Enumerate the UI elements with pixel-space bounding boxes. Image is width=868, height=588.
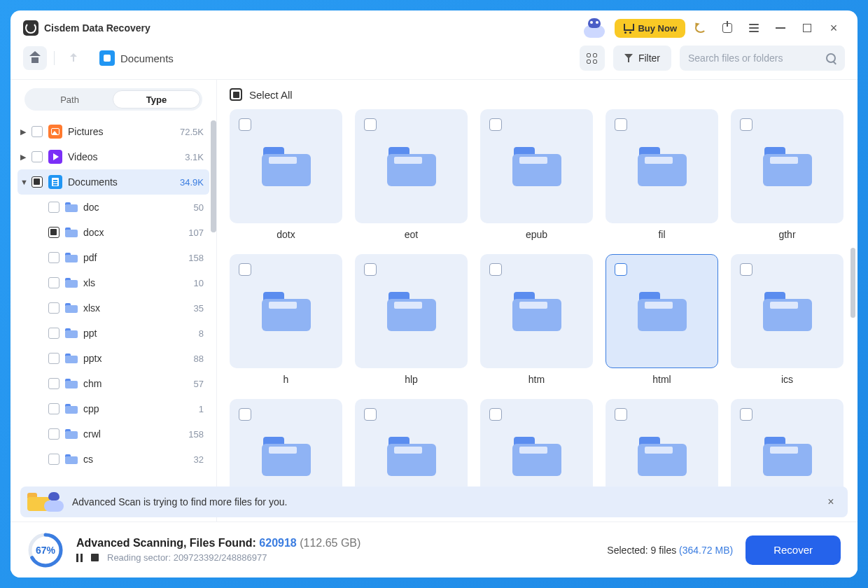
- sidebar-category-videos[interactable]: ▶Videos3.1K: [18, 144, 209, 169]
- sidebar-item-ppt[interactable]: ppt8: [18, 321, 209, 346]
- tab-type[interactable]: Type: [113, 90, 200, 108]
- folder-large-icon: [262, 437, 311, 476]
- folder-tile[interactable]: [230, 254, 342, 368]
- item-count: 88: [194, 354, 204, 364]
- tile-checkbox[interactable]: [615, 408, 627, 421]
- item-checkbox[interactable]: [48, 277, 59, 288]
- category-icon: [48, 150, 62, 164]
- folder-large-icon: [638, 147, 687, 186]
- buy-now-button[interactable]: Buy Now: [615, 19, 685, 38]
- category-checkbox[interactable]: [31, 126, 43, 137]
- item-checkbox[interactable]: [48, 252, 59, 263]
- tile-checkbox[interactable]: [740, 263, 752, 276]
- category-checkbox[interactable]: [31, 176, 43, 188]
- tile-checkbox[interactable]: [239, 408, 251, 421]
- tile-checkbox[interactable]: [615, 263, 627, 276]
- folder-tile[interactable]: [731, 109, 844, 223]
- main-scrollbar[interactable]: [850, 248, 855, 318]
- stop-button[interactable]: [91, 554, 99, 561]
- tile-checkbox[interactable]: [364, 263, 377, 276]
- sidebar-item-pptx[interactable]: pptx88: [18, 346, 209, 371]
- export-button[interactable]: [716, 17, 738, 39]
- sidebar-item-chm[interactable]: chm57: [18, 371, 209, 396]
- minimize-button[interactable]: [769, 17, 792, 39]
- sidebar-scrollbar[interactable]: [211, 120, 216, 232]
- folder-tile[interactable]: [230, 109, 342, 223]
- folder-tile[interactable]: [731, 254, 844, 368]
- tile-checkbox[interactable]: [489, 263, 502, 276]
- app-title: Cisdem Data Recovery: [44, 22, 150, 34]
- tile-checkbox[interactable]: [239, 263, 251, 276]
- filter-button[interactable]: Filter: [613, 46, 671, 71]
- sidebar-category-pictures[interactable]: ▶Pictures72.5K: [18, 119, 209, 144]
- menu-button[interactable]: [743, 17, 765, 39]
- tile-checkbox[interactable]: [364, 118, 377, 131]
- search-input[interactable]: [688, 52, 820, 64]
- folder-large-icon: [262, 147, 311, 186]
- tile-checkbox[interactable]: [364, 408, 377, 421]
- folder-large-icon: [512, 147, 561, 186]
- folder-grid: dotxeotepubfilgthrhhlphtmhtmlics: [230, 109, 844, 522]
- progress-percent: 67%: [27, 532, 64, 568]
- item-checkbox[interactable]: [48, 302, 59, 314]
- folder-tile[interactable]: [606, 109, 718, 223]
- tab-path[interactable]: Path: [27, 90, 113, 108]
- item-checkbox[interactable]: [48, 428, 59, 440]
- undo-button[interactable]: [690, 17, 712, 39]
- select-all-checkbox[interactable]: [230, 88, 242, 101]
- folder-icon: [65, 253, 78, 262]
- home-button[interactable]: [23, 46, 47, 70]
- folder-cell-eot: eot: [355, 109, 468, 241]
- sidebar-item-cs[interactable]: cs32: [18, 447, 209, 472]
- app-window: Cisdem Data Recovery Buy Now × Documents: [10, 10, 858, 578]
- tile-checkbox[interactable]: [489, 118, 502, 131]
- tile-checkbox[interactable]: [489, 408, 502, 421]
- banner-close-button[interactable]: ×: [824, 495, 838, 509]
- sidebar-item-crwl[interactable]: crwl158: [18, 421, 209, 447]
- item-label: xlsx: [83, 302, 194, 314]
- close-icon: ×: [830, 22, 838, 34]
- maximize-button[interactable]: [796, 17, 818, 39]
- folder-tile[interactable]: [355, 109, 468, 223]
- folder-icon: [65, 404, 78, 414]
- total-size: (112.65 GB): [297, 537, 361, 549]
- item-checkbox[interactable]: [48, 454, 59, 465]
- tile-checkbox[interactable]: [615, 118, 627, 131]
- sidebar-item-xls[interactable]: xls10: [18, 270, 209, 295]
- folder-tile[interactable]: [480, 109, 593, 223]
- sidebar-item-pdf[interactable]: pdf158: [18, 245, 209, 270]
- folder-tile[interactable]: [480, 254, 593, 368]
- view-toggle-button[interactable]: [580, 46, 605, 71]
- item-label: pptx: [83, 353, 194, 364]
- item-count: 107: [188, 227, 204, 238]
- sidebar-item-cpp[interactable]: cpp1: [18, 396, 209, 421]
- item-checkbox[interactable]: [48, 227, 59, 238]
- search-box[interactable]: [680, 46, 845, 71]
- item-checkbox[interactable]: [48, 403, 59, 414]
- folder-tile[interactable]: [606, 254, 718, 368]
- tile-checkbox[interactable]: [740, 408, 752, 421]
- cart-icon: [623, 24, 634, 33]
- folder-icon: [65, 379, 78, 388]
- recover-button[interactable]: Recover: [746, 536, 841, 565]
- item-count: 10: [194, 278, 204, 288]
- folder-tile[interactable]: [355, 254, 468, 368]
- item-checkbox[interactable]: [48, 202, 59, 213]
- sidebar-item-docx[interactable]: docx107: [18, 220, 209, 245]
- item-checkbox[interactable]: [48, 328, 59, 339]
- tile-checkbox[interactable]: [239, 118, 251, 131]
- item-count: 32: [194, 454, 204, 465]
- close-button[interactable]: ×: [822, 17, 845, 39]
- category-checkbox[interactable]: [31, 151, 43, 162]
- tile-checkbox[interactable]: [740, 118, 752, 131]
- item-checkbox[interactable]: [48, 378, 59, 389]
- sidebar-item-doc[interactable]: doc50: [18, 195, 209, 220]
- documents-icon: [99, 50, 115, 66]
- up-button[interactable]: [62, 46, 85, 70]
- sidebar-category-documents[interactable]: ▼Documents34.9K: [18, 169, 209, 195]
- folder-large-icon: [763, 437, 812, 476]
- sidebar-item-xlsx[interactable]: xlsx35: [18, 295, 209, 321]
- item-checkbox[interactable]: [48, 353, 59, 364]
- folder-icon: [65, 202, 78, 212]
- pause-button[interactable]: [76, 554, 83, 562]
